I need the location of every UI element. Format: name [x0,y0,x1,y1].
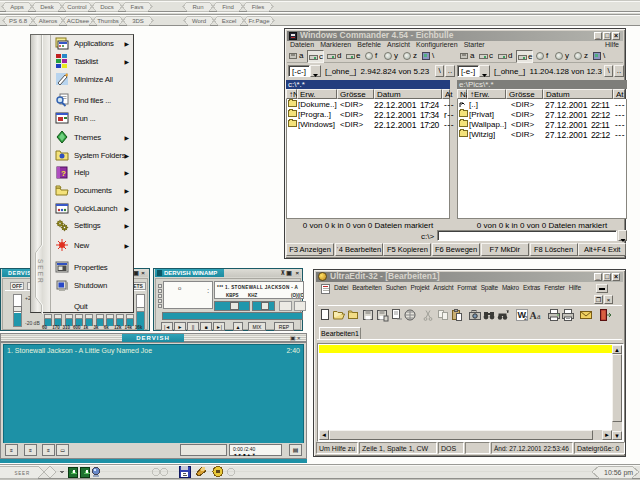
svg-text:Control: Control [67,4,86,10]
svg-text:Docs: Docs [100,4,114,10]
svg-text:a: a [537,312,541,321]
svg-text:?: ? [61,169,66,178]
svg-text:Run: Run [192,4,203,10]
svg-text:Favs: Favs [130,4,143,10]
svg-text:ACDsee: ACDsee [67,18,90,24]
svg-text:Find: Find [222,4,234,10]
svg-text:Word: Word [192,18,206,24]
svg-text:Files: Files [252,4,265,10]
svg-text:SEER: SEER [15,471,30,476]
svg-text:Desk: Desk [40,4,55,10]
svg-text:PS 6.8: PS 6.8 [9,18,28,24]
svg-text:3DS: 3DS [132,18,144,24]
svg-text:Apps: Apps [10,4,24,10]
svg-text:Excel: Excel [222,18,237,24]
svg-text:Fr.Page: Fr.Page [248,18,270,24]
svg-text:Alteros: Alteros [39,18,58,24]
svg-text:Thumbs: Thumbs [97,18,119,24]
svg-text:10:56 pm: 10:56 pm [604,469,633,477]
